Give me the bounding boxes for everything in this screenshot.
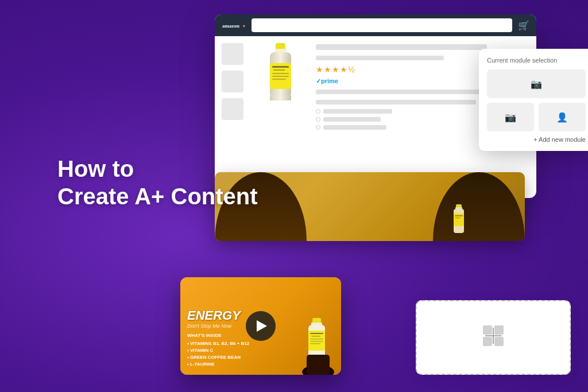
svg-rect-5 (273, 69, 285, 71)
module-cell-wide[interactable]: 📷 (487, 69, 586, 98)
module-cell-1[interactable]: 📷 (487, 103, 534, 131)
check-line-2 (323, 117, 381, 122)
product-title-placeholder (316, 44, 487, 50)
amazon-search-bar (252, 18, 512, 32)
module-panel-title: Current module selection (487, 57, 586, 64)
check-line-3 (323, 125, 386, 130)
hero-line2: Create A+ Content (57, 184, 258, 209)
module-person-icon: 👤 (556, 112, 568, 123)
video-ingredients: WHAT'S INSIDE • VITAMINS B1, B2, B6 + B1… (187, 332, 334, 368)
module-cell-2[interactable]: 👤 (539, 103, 586, 131)
sidebar-thumb-2 (222, 71, 243, 92)
ingredient-4: • L-TAURINE (187, 361, 334, 368)
ingredient-2: • VITAMIN C (187, 347, 334, 354)
amazon-header: amazon ▼ 🛒 (215, 14, 536, 36)
svg-rect-27 (483, 325, 492, 335)
video-energy-title: ENERGY (187, 308, 334, 323)
check-circle-2 (316, 117, 320, 122)
hero-line1: How to (57, 156, 134, 181)
video-card[interactable]: ENERGY Don't Stop Me Now WHAT'S INSIDE •… (180, 277, 341, 375)
product-bottle-image (262, 43, 299, 109)
module-panel: Current module selection 📷 📷 👤 + Add new… (479, 49, 588, 151)
sidebar-thumb-1 (222, 43, 243, 65)
amazon-logo: amazon ▼ (222, 21, 246, 30)
hero-title: How to Create A+ Content (57, 155, 258, 210)
video-subtitle: Don't Stop Me Now (187, 323, 334, 329)
ingredient-3: • GREEN COFFEE BEAN (187, 354, 334, 361)
svg-rect-28 (494, 325, 504, 335)
svg-rect-7 (272, 76, 289, 77)
ingredients-header: WHAT'S INSIDE (187, 332, 334, 339)
svg-rect-8 (272, 79, 286, 80)
ingredient-1: • VITAMINS B1, B2, B6 + B12 (187, 340, 334, 347)
add-module-button[interactable]: + Add new module (487, 136, 586, 143)
check-circle-3 (316, 125, 320, 130)
check-line-1 (323, 109, 392, 114)
grid-icon-svg (482, 324, 505, 347)
strip-overlay (215, 172, 525, 241)
video-card-content: ENERGY Don't Stop Me Now WHAT'S INSIDE •… (180, 277, 341, 375)
svg-rect-9 (270, 96, 291, 100)
photo-strip-inner (215, 172, 525, 241)
svg-rect-29 (483, 337, 492, 346)
module-grid: 📷 📷 👤 (487, 69, 586, 131)
photo-strip (215, 172, 525, 241)
hero-text-block: How to Create A+ Content (57, 155, 258, 210)
svg-rect-30 (494, 337, 504, 346)
sidebar-thumb-3 (222, 98, 243, 120)
video-text-block: ENERGY Don't Stop Me Now WHAT'S INSIDE •… (187, 308, 334, 368)
svg-rect-6 (272, 73, 289, 74)
placeholder-grid-icon (482, 324, 505, 351)
module-image-icon: 📷 (531, 79, 542, 90)
detail-line-2 (316, 100, 476, 104)
check-circle-1 (316, 109, 320, 114)
svg-rect-4 (272, 66, 289, 68)
eva-logo: eva (532, 351, 565, 375)
product-title-placeholder-2 (316, 56, 444, 60)
amazon-cart-icon: 🛒 (518, 20, 529, 31)
module-image-icon-2: 📷 (505, 112, 516, 123)
product-image-area (252, 43, 309, 191)
